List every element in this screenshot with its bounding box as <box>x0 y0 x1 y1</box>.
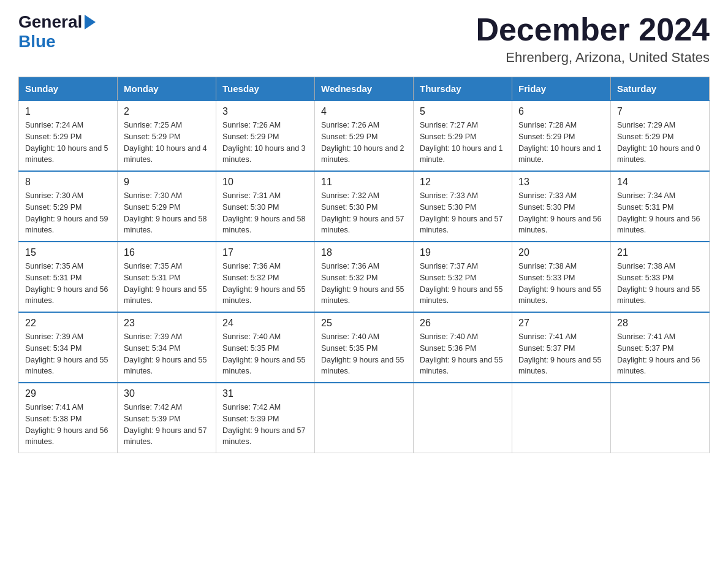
day-number: 4 <box>321 106 407 117</box>
day-info: Sunrise: 7:39 AMSunset: 5:34 PMDaylight:… <box>25 331 111 377</box>
week-row-5: 29 Sunrise: 7:41 AMSunset: 5:38 PMDaylig… <box>19 383 710 453</box>
day-info: Sunrise: 7:40 AMSunset: 5:35 PMDaylight:… <box>321 331 407 377</box>
day-info: Sunrise: 7:39 AMSunset: 5:34 PMDaylight:… <box>124 331 210 377</box>
day-info: Sunrise: 7:33 AMSunset: 5:30 PMDaylight:… <box>420 190 506 236</box>
calendar-cell: 22 Sunrise: 7:39 AMSunset: 5:34 PMDaylig… <box>19 312 118 383</box>
day-header-monday: Monday <box>118 77 216 101</box>
day-number: 30 <box>124 388 210 399</box>
day-info: Sunrise: 7:26 AMSunset: 5:29 PMDaylight:… <box>321 120 407 166</box>
calendar-cell: 2 Sunrise: 7:25 AMSunset: 5:29 PMDayligh… <box>118 101 216 171</box>
day-info: Sunrise: 7:31 AMSunset: 5:30 PMDaylight:… <box>222 190 308 236</box>
day-number: 1 <box>25 106 111 117</box>
day-header-saturday: Saturday <box>611 77 710 101</box>
day-number: 16 <box>124 247 210 258</box>
day-number: 17 <box>222 247 308 258</box>
day-info: Sunrise: 7:41 AMSunset: 5:38 PMDaylight:… <box>25 402 111 448</box>
calendar-cell: 8 Sunrise: 7:30 AMSunset: 5:29 PMDayligh… <box>19 171 118 242</box>
day-number: 18 <box>321 247 407 258</box>
logo-blue-text: Blue <box>18 32 56 51</box>
calendar-cell: 7 Sunrise: 7:29 AMSunset: 5:29 PMDayligh… <box>611 101 710 171</box>
day-info: Sunrise: 7:40 AMSunset: 5:35 PMDaylight:… <box>222 331 308 377</box>
calendar-cell: 14 Sunrise: 7:34 AMSunset: 5:31 PMDaylig… <box>611 171 710 242</box>
calendar-cell: 6 Sunrise: 7:28 AMSunset: 5:29 PMDayligh… <box>512 101 611 171</box>
calendar-cell: 4 Sunrise: 7:26 AMSunset: 5:29 PMDayligh… <box>315 101 414 171</box>
day-number: 22 <box>25 318 111 329</box>
day-info: Sunrise: 7:24 AMSunset: 5:29 PMDaylight:… <box>25 120 111 166</box>
calendar-cell: 23 Sunrise: 7:39 AMSunset: 5:34 PMDaylig… <box>118 312 216 383</box>
calendar-cell: 15 Sunrise: 7:35 AMSunset: 5:31 PMDaylig… <box>19 242 118 312</box>
day-header-thursday: Thursday <box>414 77 512 101</box>
logo-arrow-icon <box>85 15 96 29</box>
day-number: 31 <box>222 388 308 399</box>
day-info: Sunrise: 7:41 AMSunset: 5:37 PMDaylight:… <box>518 331 604 377</box>
day-number: 5 <box>420 106 506 117</box>
day-number: 21 <box>617 247 703 258</box>
week-row-1: 1 Sunrise: 7:24 AMSunset: 5:29 PMDayligh… <box>19 101 710 171</box>
day-info: Sunrise: 7:32 AMSunset: 5:30 PMDaylight:… <box>321 190 407 236</box>
day-number: 12 <box>420 177 506 188</box>
day-info: Sunrise: 7:35 AMSunset: 5:31 PMDaylight:… <box>124 261 210 307</box>
day-info: Sunrise: 7:29 AMSunset: 5:29 PMDaylight:… <box>617 120 703 166</box>
calendar-cell: 29 Sunrise: 7:41 AMSunset: 5:38 PMDaylig… <box>19 383 118 453</box>
day-number: 25 <box>321 318 407 329</box>
calendar-cell: 27 Sunrise: 7:41 AMSunset: 5:37 PMDaylig… <box>512 312 611 383</box>
day-info: Sunrise: 7:40 AMSunset: 5:36 PMDaylight:… <box>420 331 506 377</box>
day-info: Sunrise: 7:42 AMSunset: 5:39 PMDaylight:… <box>124 402 210 448</box>
day-info: Sunrise: 7:41 AMSunset: 5:37 PMDaylight:… <box>617 331 703 377</box>
day-number: 20 <box>518 247 604 258</box>
week-row-3: 15 Sunrise: 7:35 AMSunset: 5:31 PMDaylig… <box>19 242 710 312</box>
days-header-row: SundayMondayTuesdayWednesdayThursdayFrid… <box>19 77 710 101</box>
calendar-table: SundayMondayTuesdayWednesdayThursdayFrid… <box>18 77 710 453</box>
day-header-wednesday: Wednesday <box>315 77 414 101</box>
day-number: 6 <box>518 106 604 117</box>
calendar-cell: 11 Sunrise: 7:32 AMSunset: 5:30 PMDaylig… <box>315 171 414 242</box>
calendar-title: December 2024 <box>476 12 710 47</box>
calendar-cell <box>414 383 512 453</box>
day-info: Sunrise: 7:33 AMSunset: 5:30 PMDaylight:… <box>518 190 604 236</box>
day-number: 29 <box>25 388 111 399</box>
week-row-2: 8 Sunrise: 7:30 AMSunset: 5:29 PMDayligh… <box>19 171 710 242</box>
title-area: December 2024 Ehrenberg, Arizona, United… <box>476 12 710 66</box>
day-info: Sunrise: 7:37 AMSunset: 5:32 PMDaylight:… <box>420 261 506 307</box>
calendar-cell: 16 Sunrise: 7:35 AMSunset: 5:31 PMDaylig… <box>118 242 216 312</box>
calendar-cell <box>512 383 611 453</box>
day-info: Sunrise: 7:28 AMSunset: 5:29 PMDaylight:… <box>518 120 604 166</box>
day-number: 14 <box>617 177 703 188</box>
day-info: Sunrise: 7:25 AMSunset: 5:29 PMDaylight:… <box>124 120 210 166</box>
calendar-cell: 28 Sunrise: 7:41 AMSunset: 5:37 PMDaylig… <box>611 312 710 383</box>
calendar-cell: 17 Sunrise: 7:36 AMSunset: 5:32 PMDaylig… <box>216 242 315 312</box>
day-number: 3 <box>222 106 308 117</box>
calendar-cell: 25 Sunrise: 7:40 AMSunset: 5:35 PMDaylig… <box>315 312 414 383</box>
day-info: Sunrise: 7:30 AMSunset: 5:29 PMDaylight:… <box>25 190 111 236</box>
calendar-cell: 26 Sunrise: 7:40 AMSunset: 5:36 PMDaylig… <box>414 312 512 383</box>
day-number: 24 <box>222 318 308 329</box>
calendar-cell <box>315 383 414 453</box>
day-number: 13 <box>518 177 604 188</box>
calendar-cell: 10 Sunrise: 7:31 AMSunset: 5:30 PMDaylig… <box>216 171 315 242</box>
page-header: General Blue December 2024 Ehrenberg, Ar… <box>18 12 710 66</box>
calendar-cell: 24 Sunrise: 7:40 AMSunset: 5:35 PMDaylig… <box>216 312 315 383</box>
logo: General Blue <box>18 12 96 52</box>
day-number: 7 <box>617 106 703 117</box>
day-info: Sunrise: 7:30 AMSunset: 5:29 PMDaylight:… <box>124 190 210 236</box>
calendar-cell: 13 Sunrise: 7:33 AMSunset: 5:30 PMDaylig… <box>512 171 611 242</box>
day-number: 26 <box>420 318 506 329</box>
week-row-4: 22 Sunrise: 7:39 AMSunset: 5:34 PMDaylig… <box>19 312 710 383</box>
day-info: Sunrise: 7:27 AMSunset: 5:29 PMDaylight:… <box>420 120 506 166</box>
day-info: Sunrise: 7:35 AMSunset: 5:31 PMDaylight:… <box>25 261 111 307</box>
calendar-cell: 19 Sunrise: 7:37 AMSunset: 5:32 PMDaylig… <box>414 242 512 312</box>
day-header-friday: Friday <box>512 77 611 101</box>
day-info: Sunrise: 7:36 AMSunset: 5:32 PMDaylight:… <box>222 261 308 307</box>
calendar-cell <box>611 383 710 453</box>
calendar-cell: 5 Sunrise: 7:27 AMSunset: 5:29 PMDayligh… <box>414 101 512 171</box>
day-number: 19 <box>420 247 506 258</box>
calendar-cell: 12 Sunrise: 7:33 AMSunset: 5:30 PMDaylig… <box>414 171 512 242</box>
day-info: Sunrise: 7:38 AMSunset: 5:33 PMDaylight:… <box>518 261 604 307</box>
day-info: Sunrise: 7:26 AMSunset: 5:29 PMDaylight:… <box>222 120 308 166</box>
calendar-cell: 21 Sunrise: 7:38 AMSunset: 5:33 PMDaylig… <box>611 242 710 312</box>
calendar-subtitle: Ehrenberg, Arizona, United States <box>476 50 710 66</box>
calendar-cell: 31 Sunrise: 7:42 AMSunset: 5:39 PMDaylig… <box>216 383 315 453</box>
day-info: Sunrise: 7:36 AMSunset: 5:32 PMDaylight:… <box>321 261 407 307</box>
calendar-cell: 20 Sunrise: 7:38 AMSunset: 5:33 PMDaylig… <box>512 242 611 312</box>
day-header-tuesday: Tuesday <box>216 77 315 101</box>
